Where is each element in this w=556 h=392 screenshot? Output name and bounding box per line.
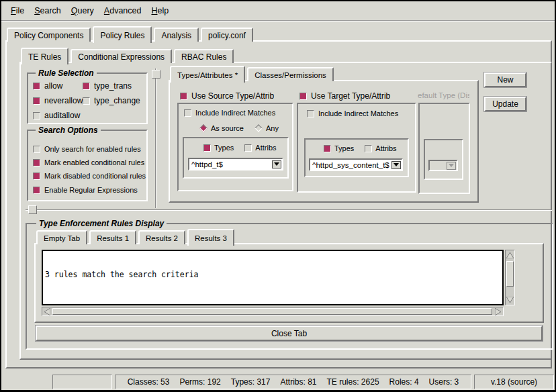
source-types-label[interactable]: Types	[214, 144, 234, 152]
close-tab-button[interactable]: Close Tab	[36, 326, 543, 341]
results-text-area[interactable]: 3 rules match the search criteria (5822)…	[42, 250, 504, 305]
source-combo-dropdown-button[interactable]	[272, 160, 281, 168]
checkbox-auditallow[interactable]: auditallow	[33, 111, 80, 120]
checkbox-target-attribs-indicator[interactable]	[365, 145, 372, 152]
source-types-attribs-row: Types Attribs	[203, 144, 277, 152]
default-combo-dropdown-button	[447, 162, 456, 170]
target-type-combo-value[interactable]: ^httpd_sys_content_t$	[312, 161, 391, 169]
menu-help[interactable]: Help	[150, 5, 170, 17]
chevron-down-icon	[449, 164, 454, 167]
menu-query[interactable]: Query	[70, 5, 95, 17]
target-indirect-label: Include Indirect Matches	[318, 109, 398, 117]
checkbox-allow-indicator	[33, 83, 40, 90]
status-empty-cell	[52, 375, 112, 389]
menu-advanced[interactable]: Advanced	[103, 5, 143, 17]
new-button[interactable]: New	[484, 72, 526, 87]
source-radio-row: As source Any	[199, 124, 279, 132]
checkbox-mark-disabled-label: Mark disabled conditional rules	[44, 172, 146, 180]
tab-analysis[interactable]: Analysis	[154, 28, 199, 42]
vscrollbar-thumb[interactable]	[506, 261, 514, 287]
checkbox-use-target-type[interactable]: Use Target Type/Attrib	[299, 91, 390, 101]
checkbox-mark-disabled-cond[interactable]: Mark disabled conditional rules	[33, 172, 146, 180]
horizontal-sash-handle[interactable]	[28, 205, 37, 214]
checkbox-type-trans-label: type_trans	[94, 81, 132, 91]
checkbox-only-enabled-rules[interactable]: Only search for enabled rules	[33, 145, 141, 153]
menu-bar: File Search Query Advanced Help	[1, 1, 555, 21]
status-stat: Perms: 192	[179, 377, 220, 387]
target-combo-dropdown-button[interactable]	[391, 161, 401, 169]
checkbox-type-change-label: type_change	[94, 96, 140, 105]
tab-classes-permissions[interactable]: Classes/Permissions	[247, 67, 334, 81]
target-type-combo[interactable]: ^httpd_sys_content_t$	[309, 158, 403, 171]
status-stat: Types: 317	[231, 377, 271, 387]
checkbox-source-types-indicator[interactable]	[203, 144, 211, 152]
vertical-sash-line	[155, 68, 156, 208]
scroll-up-icon[interactable]	[506, 251, 514, 260]
radio-as-source-indicator[interactable]	[199, 124, 207, 132]
radio-as-source-label[interactable]: As source	[211, 124, 244, 132]
source-attribs-label[interactable]: Attribs	[255, 144, 276, 152]
results-hscrollbar[interactable]	[42, 307, 504, 316]
checkbox-target-indirect[interactable]: Include Indirect Matches	[307, 109, 398, 117]
tab-empty-tab[interactable]: Empty Tab	[36, 230, 87, 244]
tab-te-rules[interactable]: TE Rules	[21, 48, 68, 64]
checkbox-type-change[interactable]: type_change	[83, 96, 140, 105]
source-type-combo-value[interactable]: ^httpd_t$	[191, 160, 272, 168]
menu-search[interactable]: Search	[33, 5, 62, 17]
checkbox-mark-enabled-indicator	[33, 159, 40, 166]
checkbox-use-source-type[interactable]: Use Source Type/Attrib	[180, 91, 274, 101]
status-stat: Users: 3	[429, 377, 459, 387]
radio-any-indicator[interactable]	[254, 124, 262, 132]
tab-results-3[interactable]: Results 3	[187, 229, 234, 246]
tab-conditional-expressions[interactable]: Conditional Expressions	[71, 49, 172, 63]
update-button[interactable]: Update	[484, 97, 526, 111]
tab-policy-rules[interactable]: Policy Rules	[93, 26, 152, 43]
status-stat: Attribs: 81	[280, 377, 316, 387]
menu-file[interactable]: File	[9, 5, 26, 17]
checkbox-neverallow[interactable]: neverallow	[33, 96, 83, 105]
rule-selection-title: Rule Selection	[36, 68, 97, 78]
checkbox-target-indirect-indicator	[307, 110, 314, 117]
tab-policy-components[interactable]: Policy Components	[7, 28, 91, 42]
source-type-combo[interactable]: ^httpd_t$	[188, 158, 283, 170]
tab-types-attributes[interactable]: Types/Attributes *	[170, 66, 245, 83]
search-options-title: Search Options	[36, 126, 101, 135]
checkbox-allow-label: allow	[44, 81, 62, 91]
tab-rbac-rules[interactable]: RBAC Rules	[174, 49, 234, 63]
checkbox-neverallow-label: neverallow	[44, 96, 83, 105]
menu-advanced-label: Advanced	[104, 6, 142, 15]
results-tab-bar: Empty Tab Results 1 Results 2 Results 3	[36, 230, 236, 244]
target-attribs-label[interactable]: Attribs	[375, 144, 396, 152]
tab-policy-conf[interactable]: policy.conf	[201, 28, 253, 42]
checkbox-type-trans-indicator	[83, 83, 90, 90]
tab-results-2[interactable]: Results 2	[138, 230, 185, 244]
checkbox-mark-enabled-cond[interactable]: Mark enabled conditional rules	[33, 158, 144, 166]
default-type-label: efault Type (Disa	[418, 91, 469, 101]
chevron-down-icon	[274, 162, 279, 166]
status-stats-cell: Classes: 53Perms: 192Types: 317Attribs: …	[115, 375, 471, 389]
checkbox-source-attribs-indicator[interactable]	[244, 144, 252, 152]
checkbox-type-trans[interactable]: type_trans	[83, 81, 132, 91]
checkbox-enable-regex[interactable]: Enable Regular Expressions	[33, 186, 138, 194]
results-blank-line	[45, 298, 500, 306]
scroll-down-icon[interactable]	[506, 295, 514, 304]
scroll-left-icon[interactable]	[43, 307, 52, 316]
checkbox-target-types-indicator[interactable]	[324, 145, 331, 152]
scroll-right-icon[interactable]	[494, 307, 502, 316]
app-window: File Search Query Advanced Help Policy C…	[0, 0, 556, 392]
hscrollbar-thumb[interactable]	[52, 308, 492, 315]
radio-any-label[interactable]: Any	[266, 124, 279, 132]
vertical-sash-handle[interactable]	[152, 70, 160, 79]
results-vscrollbar[interactable]	[505, 250, 515, 305]
status-stat: Classes: 53	[128, 377, 170, 387]
checkbox-allow[interactable]: allow	[33, 81, 62, 91]
checkbox-only-enabled-label: Only search for enabled rules	[44, 145, 141, 153]
target-types-label[interactable]: Types	[334, 144, 354, 152]
tab-results-1[interactable]: Results 1	[89, 230, 136, 244]
source-indirect-label: Include Indirect Matches	[195, 109, 275, 117]
horizontal-sash-line	[26, 209, 552, 211]
checkbox-mark-enabled-label: Mark enabled conditional rules	[44, 158, 144, 166]
target-types-attribs-row: Types Attribs	[324, 144, 397, 152]
menu-file-label: File	[11, 6, 24, 15]
checkbox-source-indirect[interactable]: Include Indirect Matches	[184, 109, 275, 117]
